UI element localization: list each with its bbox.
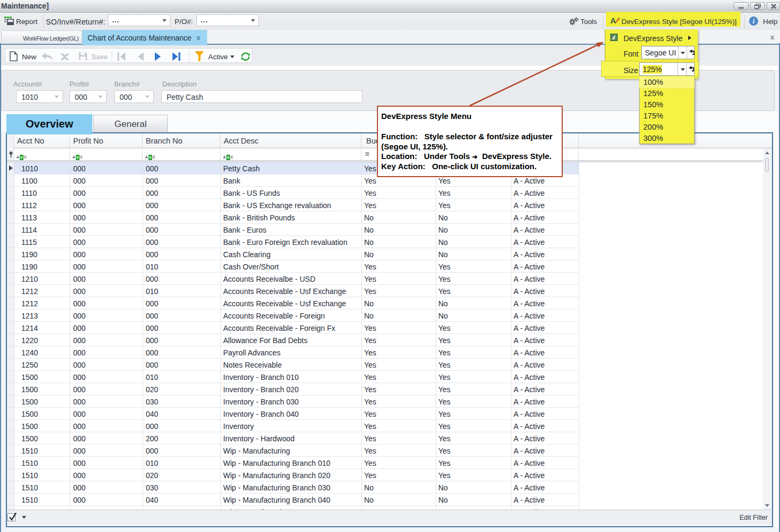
svg-text:A: A [610,17,616,25]
svg-text:i: i [753,17,755,25]
